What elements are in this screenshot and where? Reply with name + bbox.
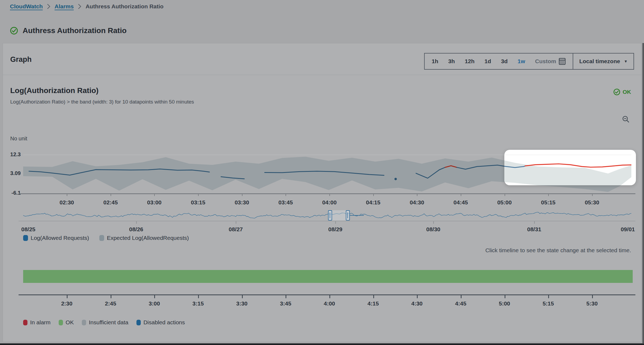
scrollbar[interactable] (642, 43, 644, 344)
breadcrumb-item-alarms[interactable]: Alarms (55, 3, 74, 10)
chart-subtitle: Log(Authorization Ratio) > the band (wid… (10, 99, 194, 105)
timeline-track-tick (534, 221, 535, 224)
breadcrumb: CloudWatchAlarmsAuthress Authorization R… (10, 3, 164, 10)
x-axis-tick-label: 05:30 (585, 199, 599, 206)
custom-label: Custom (535, 58, 556, 65)
state-axis-tick-label: 4:00 (324, 300, 335, 307)
ok-status-icon (10, 27, 18, 35)
state-legend-item-disabled-actions: Disabled actions (136, 319, 185, 326)
state-axis-tick (548, 295, 549, 298)
range-button-3d[interactable]: 3d (501, 58, 508, 65)
zoom-out-icon[interactable] (622, 115, 630, 125)
x-axis-tick (286, 194, 286, 196)
x-axis-tick (373, 194, 374, 196)
date-label: 08/31 (527, 226, 541, 233)
state-axis-tick (417, 295, 418, 298)
date-label: 08/27 (229, 226, 243, 233)
y-axis-tick-label: 12.3 (5, 151, 21, 158)
timeline-track-tick (236, 221, 236, 224)
x-axis-tick-label: 05:15 (541, 199, 555, 206)
breadcrumb-chevron-icon (78, 4, 82, 9)
state-axis-tick (67, 295, 68, 298)
range-button-3h[interactable]: 3h (448, 58, 455, 65)
legend-label: OK (66, 319, 74, 326)
legend-label: Insufficient data (89, 319, 128, 326)
state-axis-tick (592, 295, 593, 298)
x-axis-tick (198, 194, 199, 196)
date-label: 09/01 (621, 226, 635, 233)
x-axis-tick (592, 194, 593, 196)
state-legend-item-ok: OK (59, 319, 74, 326)
x-axis-tick (242, 194, 242, 196)
timeline-track-tick (335, 221, 336, 224)
state-axis-tick-label: 4:30 (411, 300, 423, 307)
state-axis-tick-label: 3:15 (192, 300, 204, 307)
chevron-down-icon: ▼ (624, 59, 628, 63)
check-circle-icon (613, 88, 620, 95)
state-ok-bar[interactable] (23, 270, 633, 283)
x-axis-tick-label: 02:45 (103, 199, 118, 206)
state-axis-tick-label: 5:00 (499, 300, 510, 307)
legend-color-chip (99, 235, 104, 241)
timezone-dropdown[interactable]: Local timezone ▼ (573, 54, 634, 69)
mini-timeline-sparkline[interactable] (23, 210, 631, 221)
brush-lead-line (350, 215, 364, 216)
state-axis-tick-label: 5:30 (586, 300, 598, 307)
y-axis-unit-label: No unit (10, 136, 27, 142)
x-axis-tick (548, 194, 549, 196)
state-axis-tick (329, 295, 330, 298)
breadcrumb-chevron-icon (47, 4, 51, 9)
page-title: Authress Authorization Ratio (23, 26, 126, 35)
y-axis-tick-label: -6.1 (5, 190, 21, 196)
brush-selection[interactable] (332, 210, 346, 220)
state-axis-tick-label: 5:15 (543, 300, 554, 307)
highlight-chart-clone (504, 151, 631, 185)
x-axis-tick-label: 05:00 (497, 199, 512, 206)
x-axis-tick (461, 194, 461, 196)
x-axis-tick-label: 04:00 (322, 199, 337, 206)
date-label: 08/30 (426, 226, 441, 233)
x-axis-tick-label: 04:15 (366, 199, 381, 206)
state-axis-tick (154, 295, 155, 298)
alarm-state-label: OK (623, 89, 631, 95)
x-axis-tick-label: 03:45 (279, 199, 293, 206)
state-axis-tick-label: 3:00 (149, 300, 160, 307)
state-axis-tick-label: 4:15 (368, 300, 379, 307)
breadcrumb-item-cloudwatch[interactable]: CloudWatch (10, 3, 43, 10)
brush-handle-left[interactable] (328, 210, 332, 220)
timeline-track-tick (433, 221, 434, 224)
x-axis-tick (505, 194, 505, 196)
legend-item-log-allowed-requests-[interactable]: Log(Allowed Requests) (23, 235, 89, 241)
state-legend: In alarmOKInsufficient dataDisabled acti… (23, 319, 185, 326)
brush-handle-right[interactable] (346, 210, 350, 220)
range-button-1h[interactable]: 1h (432, 58, 438, 65)
window-bottom-edge (0, 343, 644, 345)
state-legend-item-in-alarm: In alarm (23, 319, 51, 326)
range-button-1w[interactable]: 1w (518, 58, 525, 65)
x-axis-tick (329, 194, 330, 196)
state-axis-tick (286, 295, 286, 298)
range-button-1d[interactable]: 1d (484, 58, 491, 65)
state-axis-tick (505, 295, 505, 298)
page-title-row: Authress Authorization Ratio (10, 26, 126, 35)
date-label: 08/29 (328, 226, 343, 233)
x-axis-tick (154, 194, 155, 196)
state-axis-tick-label: 2:45 (105, 300, 116, 307)
custom-range-button[interactable]: Custom (535, 58, 566, 65)
graph-panel: Graph 1h3h12h1d3d1wCustom Local timezone… (3, 43, 642, 342)
timeline-track[interactable] (19, 221, 635, 221)
range-presets: 1h3h12h1d3d1wCustom (425, 54, 573, 69)
x-axis-tick-label: 02:30 (59, 199, 74, 206)
state-axis-tick (242, 295, 243, 298)
state-axis-tick-label: 4:45 (455, 300, 466, 307)
range-button-12h[interactable]: 12h (465, 58, 474, 65)
timeline-track-tick (136, 221, 137, 224)
legend-item-expected-log-allowedrequests-[interactable]: Expected Log(AllowedRequests) (99, 235, 189, 241)
x-axis-tick (417, 194, 417, 196)
y-axis-tick-label: 3.09 (5, 170, 21, 176)
x-axis-tick-label: 04:30 (410, 199, 424, 206)
chart-legend: Log(Allowed Requests)Expected Log(Allowe… (23, 235, 189, 241)
legend-color-chip (23, 320, 27, 325)
divider (3, 75, 641, 75)
state-axis-tick (111, 295, 111, 298)
